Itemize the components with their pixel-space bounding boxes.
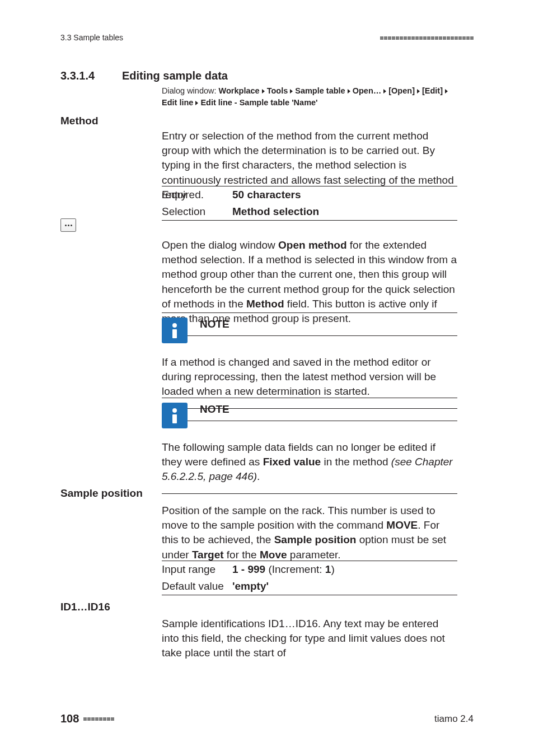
section-title: Editing sample data	[122, 68, 228, 84]
sample-position-label: Sample position	[60, 486, 156, 501]
note-box: NOTE If a method is changed and saved in…	[162, 312, 457, 409]
header-ornament	[380, 36, 474, 40]
table-row: Default value 'empty'	[162, 578, 457, 595]
chevron-right-icon	[443, 86, 450, 95]
text-bold: 1 - 999	[232, 563, 265, 575]
selection-value: Method selection	[232, 203, 457, 221]
text: parameter.	[287, 549, 341, 561]
info-icon	[162, 318, 188, 343]
id-label: ID1…ID16	[60, 600, 156, 614]
method-table: Entry 50 characters Selection Method sel…	[162, 186, 457, 221]
text-bold: Fixed value	[263, 456, 321, 468]
input-range-label: Input range	[162, 561, 232, 578]
footer-ornament	[83, 717, 114, 721]
default-value: 'empty'	[232, 578, 457, 595]
chevron-right-icon	[193, 98, 200, 107]
entry-value: 50 characters	[232, 186, 457, 203]
table-row: Input range 1 - 999 (Increment: 1)	[162, 561, 457, 578]
dialog-step: Workplace	[219, 86, 260, 95]
text-bold: Target	[192, 549, 224, 561]
entry-label: Entry	[162, 186, 232, 203]
text-bold: Sample position	[274, 534, 357, 545]
id-description: Sample identifications ID1…ID16. Any tex…	[162, 617, 457, 661]
text: Open the dialog window	[162, 239, 278, 251]
note-title: NOTE	[200, 317, 229, 332]
dialog-step: [Edit]	[422, 86, 443, 95]
selection-label: Selection	[162, 203, 232, 221]
table-row: Selection Method selection	[162, 203, 457, 221]
page-number: 108	[60, 711, 79, 727]
section-heading: 3.3.1.4 Editing sample data	[60, 68, 228, 84]
chevron-right-icon	[415, 86, 422, 95]
text: for the	[224, 549, 260, 561]
chevron-right-icon	[345, 86, 353, 95]
dialog-path: Dialog window: WorkplaceToolsSample tabl…	[162, 85, 457, 109]
dialog-step: Open…	[353, 86, 382, 95]
table-row: Entry 50 characters	[162, 186, 457, 203]
text: )	[331, 563, 334, 575]
info-icon	[162, 403, 188, 428]
note-body: If a method is changed and saved in the …	[162, 336, 457, 405]
text-bold: Move	[260, 549, 287, 561]
default-value-label: Default value	[162, 578, 232, 595]
sample-position-table: Input range 1 - 999 (Increment: 1) Defau…	[162, 561, 457, 595]
text-bold: Open method	[278, 239, 346, 251]
chevron-right-icon	[288, 86, 295, 95]
note-body: The following sample data fields can no …	[162, 421, 457, 490]
running-header: 3.3 Sample tables	[0, 32, 534, 43]
chevron-right-icon	[260, 86, 267, 95]
section-number: 3.3.1.4	[60, 68, 102, 84]
page-footer: 108 tiamo 2.4	[0, 711, 534, 727]
dialog-step: [Open]	[388, 86, 415, 95]
text: (Increment:	[265, 563, 325, 575]
text-bold: MOVE	[386, 519, 418, 531]
sample-position-description: Position of the sample on the rack. This…	[162, 503, 457, 562]
dialog-step: Edit line - Sample table 'Name'	[200, 98, 317, 107]
product-name: tiamo 2.4	[434, 712, 474, 725]
chevron-right-icon	[381, 86, 388, 95]
ellipsis-button-icon	[60, 218, 76, 232]
dialog-step: Sample table	[295, 86, 345, 95]
note-title: NOTE	[200, 402, 229, 417]
dialog-step: Edit line	[162, 98, 193, 107]
method-label: Method	[60, 114, 156, 128]
note-box: NOTE The following sample data fields ca…	[162, 398, 457, 494]
text: .	[257, 470, 260, 482]
text: in the method	[321, 456, 391, 468]
input-range-value: 1 - 999 (Increment: 1)	[232, 561, 457, 578]
page-number-group: 108	[60, 711, 114, 727]
dialog-prefix: Dialog window:	[162, 86, 217, 95]
text-bold: 1	[325, 563, 331, 575]
dialog-step: Tools	[267, 86, 288, 95]
text-bold: Method	[246, 298, 284, 310]
section-path: 3.3 Sample tables	[60, 32, 123, 43]
